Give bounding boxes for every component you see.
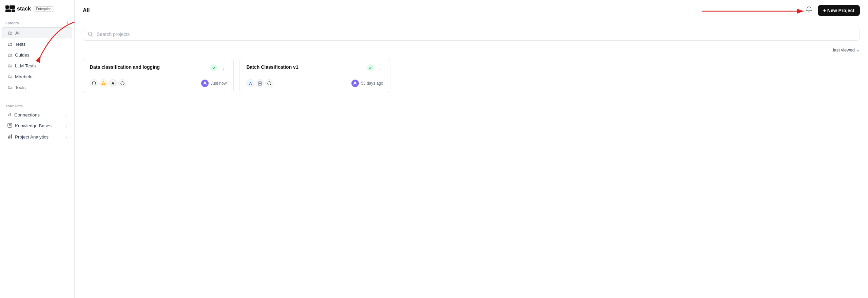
add-folder-button[interactable]: + (66, 20, 69, 26)
sidebar-item-label: Tests (15, 42, 67, 47)
svg-rect-8 (8, 136, 9, 139)
svg-rect-3 (12, 9, 15, 12)
anthropic-icon (99, 79, 108, 87)
sort-label: last viewed (833, 47, 855, 52)
svg-rect-2 (5, 9, 11, 12)
status-badge (367, 64, 374, 71)
your-data-section-label: Your Data (0, 101, 74, 109)
sidebar-item-label: Knowledge Bases (15, 123, 63, 128)
folder-icon: 🗂 (7, 41, 12, 47)
svg-rect-1 (9, 5, 15, 9)
sidebar-item-label: Mirebelo (15, 74, 67, 79)
sidebar-item-label: All (15, 30, 66, 36)
sidebar-item-guides[interactable]: 🗂 Guides (2, 50, 72, 60)
sidebar-item-knowledge-bases[interactable]: Knowledge Bases › (2, 121, 72, 131)
logo: stack (5, 5, 31, 12)
content-area: last viewed ⌄ Data classification and lo… (75, 21, 868, 298)
azure-icon: A (246, 79, 254, 87)
logo-area: stack Enterprise (0, 5, 74, 18)
openai-icon-2 (118, 79, 127, 87)
avatar (351, 80, 359, 87)
header: All + New Project (75, 0, 868, 21)
svg-rect-0 (5, 5, 9, 9)
folder-icon: 🗂 (7, 52, 12, 58)
card-header: Batch Classification v1 ⋮ (246, 64, 383, 71)
time-label: Just now (211, 81, 227, 86)
sidebar-item-label: Project Analytics (15, 134, 63, 140)
card-header: Data classification and logging ⋮ (90, 64, 227, 71)
analytics-icon (7, 134, 12, 140)
projects-grid: Data classification and logging ⋮ (83, 58, 860, 93)
chevron-right-icon: › (65, 135, 67, 139)
sidebar-item-all[interactable]: 🗂 All (2, 27, 72, 38)
notifications-button[interactable] (804, 5, 814, 16)
sidebar-item-label: Guides (15, 52, 67, 58)
main-content: All + New Project last viewed ⌄ (75, 0, 868, 298)
search-icon (88, 31, 93, 37)
project-card-batch-classification[interactable]: Batch Classification v1 ⋮ A (239, 58, 390, 93)
card-header-right: ⋮ (210, 64, 227, 71)
svg-line-12 (92, 35, 93, 37)
search-bar[interactable] (83, 28, 860, 41)
sidebar-item-label: Connections (14, 112, 63, 118)
project-title: Batch Classification v1 (246, 64, 298, 70)
logo-text: stack (17, 6, 31, 12)
card-header-right: ⋮ (367, 64, 383, 71)
status-badge (210, 64, 217, 71)
folder-icon: 🗂 (8, 30, 13, 36)
sort-bar: last viewed ⌄ (83, 47, 860, 52)
sidebar-item-tests[interactable]: 🗂 Tests (2, 39, 72, 49)
enterprise-badge: Enterprise (34, 6, 54, 12)
sidebar-item-label: LLM Tests (15, 63, 67, 68)
time-label: 53 days ago (361, 81, 383, 86)
card-time: 53 days ago (351, 80, 383, 87)
folder-icon: 🗂 (7, 74, 12, 79)
a-icon: A (109, 79, 117, 87)
folders-section-label: Folders + (0, 18, 74, 27)
more-options-button[interactable]: ⋮ (377, 65, 383, 71)
svg-marker-13 (102, 82, 105, 85)
avatar (201, 80, 209, 87)
more-options-button[interactable]: ⋮ (220, 65, 227, 71)
svg-rect-9 (9, 135, 11, 139)
model-icons: A (90, 79, 127, 87)
sidebar-item-label: Tools (15, 85, 67, 90)
sidebar-item-project-analytics[interactable]: Project Analytics › (2, 132, 72, 142)
card-footer: A 53 days ago (246, 79, 383, 87)
folder-icon: 🗂 (7, 85, 12, 90)
page-title: All (83, 7, 90, 14)
sidebar-item-llm-tests[interactable]: 🗂 LLM Tests (2, 61, 72, 71)
project-card-data-classification[interactable]: Data classification and logging ⋮ (83, 58, 234, 93)
chevron-right-icon: › (65, 124, 67, 128)
sidebar-item-mirebelo[interactable]: 🗂 Mirebelo (2, 71, 72, 82)
card-footer: A Just now (90, 79, 227, 87)
chevron-down-icon: ⌄ (856, 47, 860, 52)
sidebar-item-connections[interactable]: ↺ Connections › (2, 110, 72, 120)
card-time: Just now (201, 80, 227, 87)
knowledge-bases-icon (7, 123, 12, 129)
chevron-right-icon: › (65, 113, 67, 117)
folder-icon: 🗂 (7, 63, 12, 68)
project-title: Data classification and logging (90, 64, 160, 70)
search-input[interactable] (97, 31, 855, 37)
sidebar: stack Enterprise Folders + 🗂 All 🗂 Tests… (0, 0, 75, 298)
sidebar-item-tools[interactable]: 🗂 Tools (2, 82, 72, 92)
openai-icon (90, 79, 98, 87)
document-icon (256, 79, 264, 87)
svg-rect-10 (11, 134, 12, 139)
openai-icon (265, 79, 273, 87)
divider (5, 97, 69, 97)
header-actions: + New Project (804, 5, 860, 16)
model-icons: A (246, 79, 273, 87)
connections-icon: ↺ (7, 112, 12, 118)
new-project-button[interactable]: + New Project (818, 5, 860, 16)
sort-select[interactable]: last viewed ⌄ (833, 47, 860, 52)
